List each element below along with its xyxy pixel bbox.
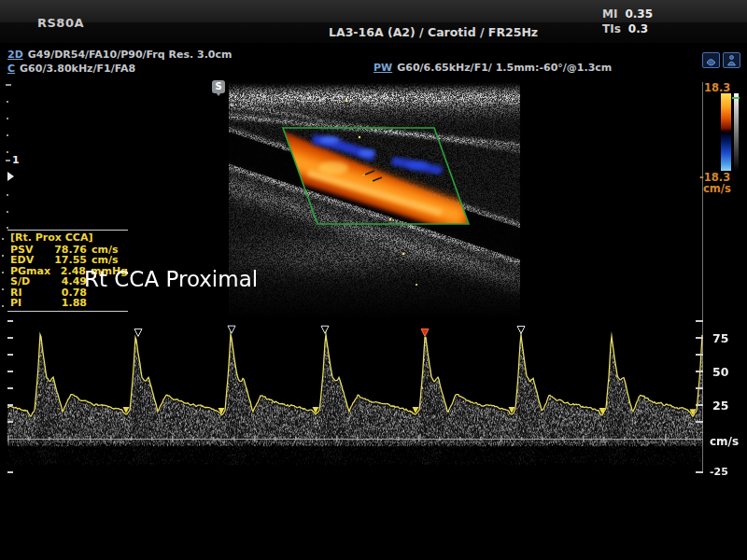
scale-tick: [7, 404, 13, 406]
depth-ruler-dot: [7, 151, 8, 153]
color-scale-max: 18.3: [704, 81, 730, 94]
gray-map-marker: [732, 97, 740, 99]
depth-ruler-dot: [7, 211, 8, 213]
annotation-text[interactable]: Rt CCA Proximal: [84, 267, 258, 291]
edge-ruler-dot: [2, 255, 4, 257]
scale-tick: [7, 387, 13, 389]
b-mode-label[interactable]: 2D: [7, 49, 23, 61]
depth-ruler-label: 1: [12, 154, 20, 166]
velocity-tick-label: 75: [712, 331, 728, 345]
measurement-row: PI1.88: [10, 298, 128, 309]
color-doppler-bar: [721, 93, 731, 171]
scale-tick: [696, 354, 703, 356]
color-mode-label[interactable]: C: [7, 63, 15, 75]
pw-mode-settings: G60/6.65kHz/F1/ 1.5mm:-60°/@1.3cm: [397, 62, 612, 74]
probe-icon[interactable]: [702, 52, 720, 68]
measurement-header: [Rt. Prox CCA]: [10, 232, 128, 244]
scale-tick: [696, 371, 703, 372]
scale-tick: [7, 337, 13, 339]
mi-readout: MI0.35: [602, 7, 653, 21]
depth-ruler-dot: [7, 134, 8, 136]
scale-tick: [696, 387, 703, 389]
depth-ruler-tick: [6, 160, 10, 161]
measurement-row: EDV17.55cm/s: [10, 255, 128, 266]
mi-value: 0.35: [625, 7, 653, 21]
edge-ruler-dot: [2, 288, 4, 290]
b-mode-settings: G49/DR54/FA10/P90/Frq Res. 3.0cm: [28, 49, 233, 61]
color-scale-unit: cm/s: [703, 182, 731, 195]
depth-ruler-tick: [6, 84, 11, 86]
system-model: RS80A: [37, 16, 84, 30]
scale-tick: [7, 354, 13, 356]
focus-marker-icon[interactable]: [7, 172, 14, 181]
edge-ruler-dot: [2, 305, 4, 307]
velocity-tick-label: -25: [710, 466, 728, 478]
scale-tick: [7, 371, 13, 372]
depth-ruler-dot: [7, 118, 8, 119]
scale-tick: [696, 337, 703, 339]
probe-exam-title: LA3-16A (A2) / Carotid / FR25Hz: [329, 25, 538, 39]
b-mode-params: 2DG49/DR54/FA10/P90/Frq Res. 3.0cm: [7, 49, 232, 61]
depth-ruler-dot: [7, 227, 8, 229]
edge-ruler-dot: [2, 238, 4, 240]
ti-value: 0.3: [628, 22, 648, 35]
spectral-doppler-display[interactable]: [7, 314, 703, 474]
orientation-marker: S: [212, 80, 225, 93]
depth-ruler-dot: [7, 101, 8, 103]
pw-mode-params: PWG60/6.65kHz/F1/ 1.5mm:-60°/@1.3cm: [374, 62, 612, 74]
depth-ruler-dot: [7, 194, 8, 196]
grayscale-bar: [734, 93, 739, 171]
color-doppler-overlay[interactable]: [229, 82, 520, 317]
scale-tick: [696, 421, 703, 423]
scale-tick: [7, 320, 13, 322]
color-mode-settings: G60/3.80kHz/F1/FA8: [20, 63, 135, 75]
pw-mode-label[interactable]: PW: [374, 62, 392, 74]
ti-readout: TIs0.3: [602, 22, 648, 35]
mi-label: MI: [602, 7, 617, 21]
velocity-tick-label: 50: [712, 365, 728, 379]
edge-ruler-dot: [2, 272, 4, 273]
ti-label: TIs: [602, 22, 621, 35]
color-mode-params: CG60/3.80kHz/F1/FA8: [7, 63, 135, 75]
body-marker-icon[interactable]: [723, 52, 740, 68]
scale-tick: [696, 320, 701, 322]
scale-tick: [696, 404, 703, 406]
velocity-unit-label: cm/s: [710, 435, 739, 448]
scale-tick: [7, 471, 13, 473]
velocity-tick-label: 25: [712, 399, 728, 413]
ultrasound-screen: RS80A LA3-16A (A2) / Carotid / FR25Hz MI…: [0, 0, 747, 560]
scale-tick: [7, 421, 13, 423]
top-status-bar: RS80A LA3-16A (A2) / Carotid / FR25Hz MI…: [0, 0, 747, 43]
scale-tick: [696, 471, 703, 473]
